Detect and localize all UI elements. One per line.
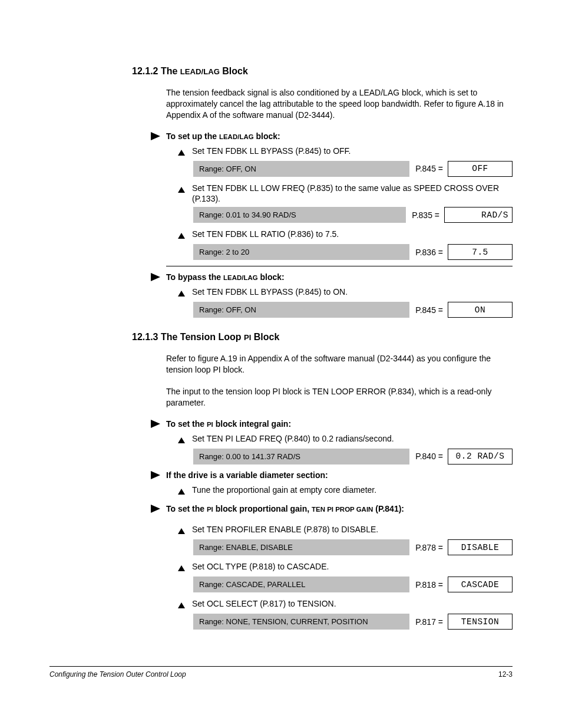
intro-paragraph: Refer to figure A.19 in Appendix A of th… — [166, 353, 513, 375]
svg-marker-11 — [178, 528, 185, 534]
step-item: Set TEN FDBK LL LOW FREQ (P.835) to the … — [178, 183, 513, 205]
value-box[interactable]: DISABLE — [448, 539, 513, 555]
param-label: P.845 = — [409, 161, 448, 177]
svg-marker-0 — [151, 132, 160, 140]
step-text: Tune the proportional gain at empty core… — [192, 485, 513, 496]
range-box: Range: OFF, ON — [193, 161, 409, 177]
heading-smallcaps: LEAD/LAG — [180, 67, 220, 76]
triangle-up-icon — [178, 288, 185, 299]
svg-marker-1 — [178, 150, 185, 156]
parameter-row: Range: OFF, ON P.845 = ON — [193, 302, 513, 318]
proc-label: PI — [207, 421, 213, 428]
value-box[interactable]: OFF — [448, 161, 513, 177]
triangle-up-icon — [178, 435, 185, 446]
proc-label: LEAD/LAG — [219, 133, 254, 140]
proc-label: PI — [207, 506, 213, 513]
svg-marker-12 — [178, 565, 185, 571]
param-label: P.817 = — [409, 614, 448, 630]
heading-text: 12.1.3 The Tension Loop — [132, 332, 244, 342]
value-box[interactable]: 7.5 — [448, 244, 513, 260]
triangle-up-icon — [178, 563, 185, 574]
value-box[interactable]: 0.2 RAD/S — [448, 449, 513, 465]
range-box: Range: 0.00 to 141.37 RAD/S — [193, 449, 409, 465]
proc-label: block: — [258, 272, 285, 282]
proc-label: To set up the — [166, 131, 219, 141]
svg-marker-7 — [178, 437, 185, 443]
parameter-row: Range: CASCADE, PARALLEL P.818 = CASCADE — [193, 577, 513, 592]
range-box: Range: 0.01 to 34.90 RAD/S — [193, 207, 406, 223]
procedure-header: To set the PI block integral gain: — [166, 419, 513, 429]
param-label: P.818 = — [409, 577, 448, 592]
svg-marker-4 — [151, 273, 160, 281]
triangle-up-icon — [178, 486, 185, 498]
section-heading-1213: 12.1.3 The Tension Loop PI Block — [132, 332, 513, 342]
proc-label: To set the — [166, 419, 207, 429]
parameter-row: Range: 0.01 to 34.90 RAD/S P.835 = RAD/S — [193, 207, 513, 223]
param-label: P.835 = — [406, 207, 444, 223]
svg-marker-5 — [178, 291, 185, 297]
triangle-up-icon — [178, 185, 185, 196]
triangle-up-icon — [178, 526, 185, 537]
proc-label: (P.841): — [373, 504, 404, 513]
param-label: P.840 = — [409, 449, 448, 465]
page-footer: Configuring the Tension Outer Control Lo… — [49, 666, 513, 678]
step-text: Set TEN PI LEAD FREQ (P.840) to 0.2 radi… — [192, 433, 513, 444]
section-heading-1212: 12.1.2 The LEAD/LAG Block — [132, 66, 513, 77]
document-page: 12.1.2 The LEAD/LAG Block The tension fe… — [0, 0, 562, 728]
value-box[interactable]: CASCADE — [448, 577, 513, 592]
proc-label: If the drive is a variable diameter sect… — [166, 470, 328, 480]
range-box: Range: CASCADE, PARALLEL — [193, 577, 409, 592]
parameter-row: Range: OFF, ON P.845 = OFF — [193, 161, 513, 177]
heading-text: Block — [251, 332, 279, 342]
parameter-row: Range: ENABLE, DISABLE P.878 = DISABLE — [193, 539, 513, 555]
step-item: Set TEN PROFILER ENABLE (P.878) to DISAB… — [178, 524, 513, 537]
parameter-row: Range: 2 to 20 P.836 = 7.5 — [193, 244, 513, 260]
heading-smallcaps: PI — [244, 333, 251, 342]
proc-label: LEAD/LAG — [223, 274, 258, 281]
proc-label: To set the — [166, 504, 207, 513]
triangle-up-icon — [178, 600, 185, 611]
step-item: Set TEN FDBK LL BYPASS (P.845) to ON. — [178, 286, 513, 299]
step-text: Set OCL TYPE (P.818) to CASCADE. — [192, 561, 513, 572]
range-box: Range: 2 to 20 — [193, 244, 409, 260]
triangle-right-icon — [151, 505, 160, 513]
proc-label: block: — [254, 131, 280, 141]
triangle-up-icon — [178, 230, 185, 242]
procedure-header: To set up the LEAD/LAG block: — [166, 131, 513, 141]
value-box[interactable]: RAD/S — [444, 207, 513, 223]
value-box[interactable]: TENSION — [448, 614, 513, 630]
intro-paragraph: The tension feedback signal is also cond… — [166, 87, 513, 121]
footer-title: Configuring the Tension Outer Control Lo… — [49, 670, 186, 678]
procedure-header: To set the PI block proportional gain, T… — [166, 504, 513, 513]
step-text: Set TEN FDBK LL BYPASS (P.845) to OFF. — [192, 146, 513, 157]
step-item: Set OCL TYPE (P.818) to CASCADE. — [178, 561, 513, 574]
heading-text: Block — [220, 66, 248, 76]
intro-paragraph: The input to the tension loop PI block i… — [166, 386, 513, 409]
range-box: Range: ENABLE, DISABLE — [193, 539, 409, 555]
range-box: Range: OFF, ON — [193, 302, 409, 318]
procedure-header: If the drive is a variable diameter sect… — [166, 470, 513, 480]
step-text: Set TEN FDBK LL RATIO (P.836) to 7.5. — [192, 229, 513, 240]
triangle-right-icon — [151, 471, 160, 479]
proc-label: block proportional gain, — [213, 504, 312, 513]
triangle-right-icon — [151, 420, 160, 428]
triangle-right-icon — [151, 273, 160, 281]
step-item: Tune the proportional gain at empty core… — [178, 485, 513, 498]
value-box[interactable]: ON — [448, 302, 513, 318]
svg-marker-9 — [178, 489, 185, 495]
step-text: Set TEN FDBK LL LOW FREQ (P.835) to the … — [192, 183, 513, 205]
step-text: Set TEN FDBK LL BYPASS (P.845) to ON. — [192, 286, 513, 298]
step-text: Set TEN PROFILER ENABLE (P.878) to DISAB… — [192, 524, 513, 535]
heading-text: 12.1.2 The — [132, 66, 180, 76]
param-label: P.836 = — [409, 244, 448, 260]
svg-marker-13 — [178, 602, 185, 608]
triangle-up-icon — [178, 147, 185, 159]
parameter-row: Range: NONE, TENSION, CURRENT, POSITION … — [193, 614, 513, 630]
parameter-row: Range: 0.00 to 141.37 RAD/S P.840 = 0.2 … — [193, 449, 513, 465]
step-item: Set OCL SELECT (P.817) to TENSION. — [178, 598, 513, 611]
param-label: P.845 = — [409, 302, 448, 318]
param-label: P.878 = — [409, 539, 448, 555]
step-item: Set TEN PI LEAD FREQ (P.840) to 0.2 radi… — [178, 433, 513, 446]
page-number: 12-3 — [498, 670, 513, 678]
range-box: Range: NONE, TENSION, CURRENT, POSITION — [193, 614, 409, 630]
